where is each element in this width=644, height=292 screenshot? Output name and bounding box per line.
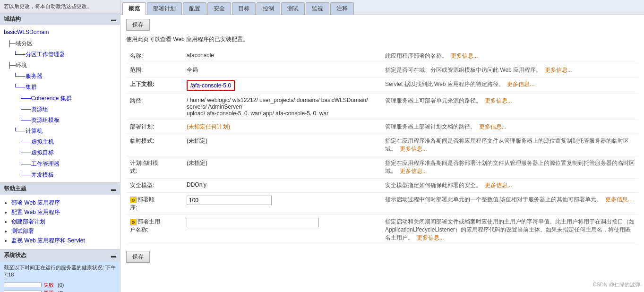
help-content: 部署 Web 应用程序 配置 Web 应用程序 创建部署计划 测试部署 监视 W…: [0, 195, 120, 249]
tab-monitor[interactable]: 监视: [306, 2, 329, 15]
deploy-order-icon: ⚙: [130, 197, 137, 203]
help-collapse-icon[interactable]: ▬: [111, 186, 116, 192]
more-info-deploy-plan[interactable]: 更多信息...: [479, 123, 507, 130]
status-label-fail: 失败: [43, 282, 56, 289]
tree-item-env: ├─环境: [0, 60, 120, 71]
tab-targets[interactable]: 目标: [232, 2, 256, 15]
desc-path: 管理服务器上可部署单元来源的路径。 更多信息...: [381, 94, 638, 120]
field-row-path: 路径: / home/ weblogic/ wls12212/ user_pro…: [126, 94, 638, 120]
field-row-deploy-plan: 部署计划: (未指定任何计划) 管理服务器上部署计划文档的路径。 更多信息...: [126, 120, 638, 134]
tree-item-basicwlsdomain[interactable]: basicWLSDomain: [0, 27, 120, 38]
field-row-deploy-order: ⚙部署顺序: 指示启动过程中何时部署此单元的一个整数值,该值相对于服务器上的其他…: [126, 193, 638, 215]
value-name: afaconsole: [183, 49, 381, 63]
tab-security[interactable]: 安全: [207, 2, 231, 15]
label-scope: 范围:: [126, 63, 183, 77]
info-text: 使用此页可以查看 Web 应用程序的已安装配置。: [126, 35, 638, 43]
tree-item-domain-partition: ├─域分区: [0, 38, 120, 49]
sidebar-notice: 若以后更改，将本自动激活这些更改。: [0, 0, 120, 13]
desc-scope: 指定是否可在域、分区或资源组模板中访问此 Web 应用程序。 更多信息...: [381, 63, 638, 77]
status-count-fail: (0): [58, 282, 64, 288]
field-row-staging-mode: 临时模式: (未指定) 指定在应用程序准备期间是否将应用程序文件从管理服务器上的…: [126, 134, 638, 156]
more-info-deploy-order[interactable]: 更多信息...: [605, 196, 633, 203]
tree-item-servers[interactable]: └──服务器: [0, 71, 120, 82]
deploy-username-input[interactable]: [187, 218, 319, 227]
label-deploy-plan: 部署计划:: [126, 120, 183, 134]
tabs-bar: 概览 部署计划 配置 安全 目标 控制 测试 监视 注释: [120, 0, 644, 15]
desc-context-root: Servlet 据以找到此 Web 应用程序的特定路径。 更多信息...: [381, 77, 638, 94]
desc-plan-staging: 指定在应用程序准备期间是否将部署计划的文件从管理服务器上的源位置复制到托管服务器…: [381, 156, 638, 179]
tab-notes[interactable]: 注释: [330, 2, 354, 15]
domain-section-header: 域结构 ▬: [0, 13, 120, 25]
status-row-severe: 严重 (0): [4, 290, 116, 292]
content-area: 概览 部署计划 配置 安全 目标 控制 测试 监视 注释 保存 使用此页可以查看…: [120, 0, 644, 292]
help-link-test-deploy[interactable]: 测试部署: [11, 228, 34, 234]
tab-config[interactable]: 配置: [183, 2, 206, 15]
tree-item-resource-group-templates[interactable]: └──资源组模板: [0, 115, 120, 126]
domain-section: 域结构 ▬ basicWLSDomain ├─域分区 └──分区工作管理器 ├─…: [0, 13, 120, 183]
save-button-top[interactable]: 保存: [126, 19, 150, 31]
help-link-monitor[interactable]: 监视 Web 应用程序和 Servlet: [11, 237, 85, 244]
more-info-path[interactable]: 更多信息...: [485, 97, 512, 104]
help-link-config-web[interactable]: 配置 Web 应用程序: [11, 209, 60, 215]
more-info-plan-staging[interactable]: 更多信息...: [400, 168, 427, 174]
value-plan-staging: (未指定): [183, 156, 381, 179]
tree-item-virtual-targets[interactable]: └──虚拟目标: [0, 147, 120, 158]
status-section: 系统状态 ▬ 截至以下时间正在运行的服务器的健康状况: 下午7:18 失败 (0…: [0, 249, 120, 292]
tree-item-coherence[interactable]: └──Coherence 集群: [0, 93, 120, 104]
label-path: 路径:: [126, 94, 183, 120]
field-row-security: 安全模型: DDOnly 安全模型指定如何确保此部署的安全。 更多信息...: [126, 179, 638, 193]
more-info-scope[interactable]: 更多信息...: [545, 67, 572, 73]
value-path: / home/ weblogic/ wls12212/ user_project…: [183, 94, 381, 120]
value-deploy-user: [183, 215, 381, 245]
tree-item-work-managers[interactable]: └──工作管理器: [0, 159, 120, 170]
help-section-header: 帮助主题 ▬: [0, 183, 120, 195]
tab-test[interactable]: 测试: [281, 2, 305, 15]
field-row-plan-staging: 计划临时模式: (未指定) 指定在应用程序准备期间是否将部署计划的文件从管理服务…: [126, 156, 638, 179]
value-security: DDOnly: [183, 179, 381, 193]
more-info-name[interactable]: 更多信息...: [451, 52, 478, 59]
sidebar: 若以后更改，将本自动激活这些更改。 域结构 ▬ basicWLSDomain ├…: [0, 0, 120, 292]
help-link-create-plan[interactable]: 创建部署计划: [11, 218, 45, 225]
help-section: 帮助主题 ▬ 部署 Web 应用程序 配置 Web 应用程序 创建部署计划 测试…: [0, 183, 120, 249]
tree-item-machines[interactable]: └──计算机: [0, 126, 120, 137]
status-section-header: 系统状态 ▬: [0, 249, 120, 261]
value-context-root: /afa-console-5.0: [183, 77, 381, 94]
field-row-context-root: 上下文根: /afa-console-5.0 Servlet 据以找到此 Web…: [126, 77, 638, 94]
label-security: 安全模型:: [126, 179, 183, 193]
more-info-staging[interactable]: 更多信息...: [400, 146, 427, 152]
tree-item-resource-groups[interactable]: └──资源组: [0, 104, 120, 115]
more-info-context-root[interactable]: 更多信息...: [507, 81, 534, 87]
label-deploy-user: ⚙部署主用户名称:: [126, 215, 183, 245]
desc-staging-mode: 指定在应用程序准备期间是否将应用程序文件从管理服务器上的源位置复制到托管服务器的…: [381, 134, 638, 156]
main-layout: 若以后更改，将本自动激活这些更改。 域结构 ▬ basicWLSDomain ├…: [0, 0, 644, 292]
form-table: 名称: afaconsole 此应用程序部署的名称。 更多信息... 范围: 全…: [126, 49, 638, 245]
deploy-order-input[interactable]: [187, 196, 272, 205]
status-bar-fail: [4, 283, 42, 287]
more-info-security[interactable]: 更多信息...: [485, 182, 512, 189]
desc-name: 此应用程序部署的名称。 更多信息...: [381, 49, 638, 63]
field-row-deploy-user: ⚙部署主用户名称: 指定启动和关闭期间部署文件或档案时应使用的主用户的字符串值。…: [126, 215, 638, 245]
deploy-plan-link[interactable]: (未指定任何计划): [187, 123, 230, 130]
tree-item-partition-work-manager[interactable]: └──分区工作管理器: [0, 49, 120, 60]
tab-control[interactable]: 控制: [257, 2, 280, 15]
label-staging-mode: 临时模式:: [126, 134, 183, 156]
value-scope: 全局: [183, 63, 381, 77]
sidebar-tree: basicWLSDomain ├─域分区 └──分区工作管理器 ├─环境 └──…: [0, 25, 120, 182]
tree-item-concurrent-templates[interactable]: └──并发模板: [0, 170, 120, 180]
help-link-deploy-web[interactable]: 部署 Web 应用程序: [11, 199, 60, 206]
value-deploy-order: [183, 193, 381, 215]
status-collapse-icon[interactable]: ▬: [111, 253, 116, 258]
save-button-bottom[interactable]: 保存: [126, 251, 150, 263]
label-plan-staging: 计划临时模式:: [126, 156, 183, 179]
more-info-deploy-user[interactable]: 更多信息...: [417, 234, 444, 241]
tab-deploy-plan[interactable]: 部署计划: [147, 2, 182, 15]
status-count-severe: (0): [58, 290, 64, 292]
status-row-fail: 失败 (0): [4, 282, 116, 289]
tab-overview[interactable]: 概览: [122, 2, 146, 15]
tree-item-virtual-hosts[interactable]: └──虚拟主机: [0, 137, 120, 147]
tree-item-clusters[interactable]: └──集群: [0, 82, 120, 93]
label-deploy-order: ⚙部署顺序:: [126, 193, 183, 215]
domain-collapse-icon[interactable]: ▬: [111, 17, 116, 22]
context-root-value: /afa-console-5.0: [187, 80, 235, 91]
content-panel: 保存 使用此页可以查看 Web 应用程序的已安装配置。 名称: afaconso…: [120, 15, 644, 292]
